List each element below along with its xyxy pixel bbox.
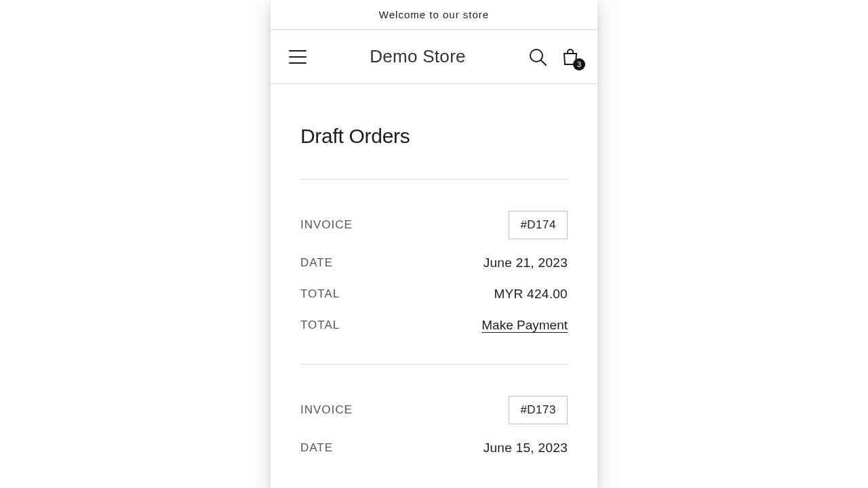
- header-right: 3: [524, 43, 584, 70]
- main-content: Draft Orders INVOICE #D174 DATE June 21,…: [271, 84, 597, 488]
- label-date: DATE: [300, 256, 333, 270]
- label-date: DATE: [300, 441, 333, 455]
- cart-count-badge: 3: [573, 58, 585, 70]
- cart-button[interactable]: 3: [557, 43, 584, 70]
- label-invoice: INVOICE: [300, 218, 353, 232]
- order-card: INVOICE #D173 DATE June 15, 2023: [300, 364, 568, 487]
- menu-button[interactable]: [284, 43, 311, 70]
- invoice-chip[interactable]: #D173: [509, 396, 568, 424]
- value-date: June 15, 2023: [484, 441, 568, 455]
- store-title[interactable]: Demo Store: [370, 46, 466, 67]
- hamburger-icon: [289, 50, 307, 64]
- make-payment-link[interactable]: Make Payment: [481, 318, 568, 333]
- label-total: TOTAL: [300, 287, 340, 301]
- label-action: TOTAL: [300, 319, 340, 332]
- invoice-chip[interactable]: #D174: [509, 211, 568, 239]
- announcement-bar: Welcome to our store: [271, 0, 597, 30]
- search-icon: [529, 48, 547, 66]
- svg-line-4: [541, 60, 546, 65]
- search-button[interactable]: [524, 43, 551, 70]
- value-total: MYR 424.00: [494, 287, 568, 302]
- order-card: INVOICE #D174 DATE June 21, 2023 TOTAL M…: [300, 179, 568, 364]
- value-date: June 21, 2023: [484, 256, 568, 270]
- announcement-text: Welcome to our store: [379, 9, 489, 20]
- label-invoice: INVOICE: [300, 403, 353, 417]
- device-frame: Welcome to our store Demo Store: [271, 0, 597, 488]
- page-title: Draft Orders: [300, 125, 568, 148]
- top-bar: Demo Store 3: [271, 30, 597, 84]
